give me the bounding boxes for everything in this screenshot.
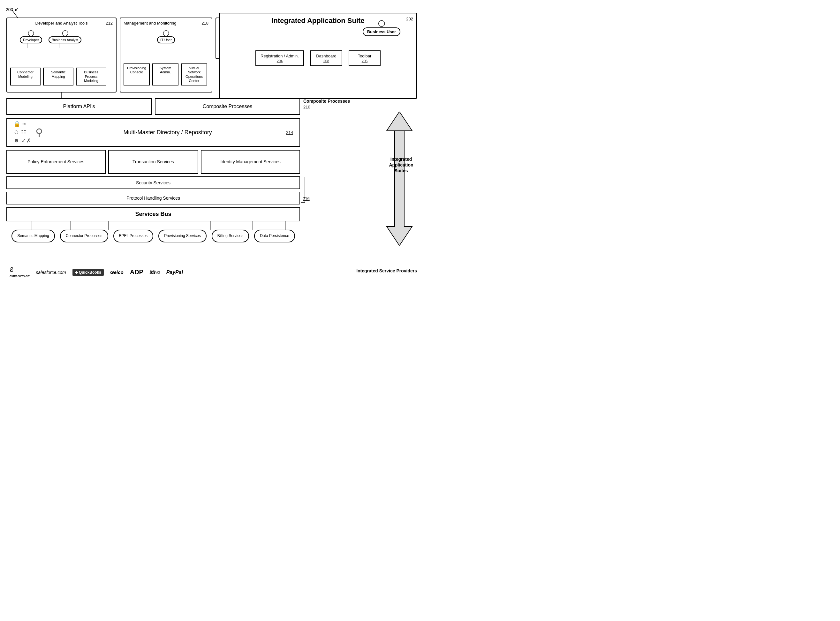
reg-admin-box: Registration / Admin. 204 xyxy=(255,50,304,66)
providers-row: ℰ EMPLOYEASE salesforce.com ◆ QuickBooks… xyxy=(6,266,300,278)
mmdr-ref: 214 xyxy=(286,130,293,135)
mm-ref: 218 xyxy=(202,21,208,26)
protocol-handling-box: Protocol Handling Services xyxy=(6,192,300,204)
nodes-icon: ☷ xyxy=(21,129,26,136)
composite-processes-label: Composite Processes 210 xyxy=(303,98,350,110)
mm-title: Management and Monitoring xyxy=(123,21,176,26)
ias-ref-202: 202 xyxy=(406,17,413,21)
connector-processes-oval: Connector Processes xyxy=(60,230,108,242)
checkmark-icon: ✓✗ xyxy=(21,137,31,144)
infinity-icon: ∞ xyxy=(22,121,26,127)
platform-row: Platform API's Composite Processes xyxy=(6,98,300,115)
paypal-logo: PayPal xyxy=(166,270,183,275)
ias-sub-row: Registration / Admin. 204 Dashboard 208 … xyxy=(220,50,416,66)
composite-processes-box: Composite Processes xyxy=(155,98,300,115)
svg-marker-22 xyxy=(387,131,412,245)
semantic-mapping-box: Semantic Mapping xyxy=(43,68,73,85)
data-persistence-oval: Data Persistence xyxy=(254,230,295,242)
developer-bubble: Developer xyxy=(20,36,42,43)
mm-tools-row: Provisioning Console System Admin. Virtu… xyxy=(123,64,207,85)
security-services-box: Security Services xyxy=(6,176,300,189)
mmdr-title: Multi-Master Directory / Repository xyxy=(49,129,286,136)
mmdr-icons: 🔒 ∞ ☺ ☷ ☻ ✓✗ xyxy=(14,121,31,144)
dashboard-box: Dashboard 208 xyxy=(310,50,342,66)
semantic-mapping-oval: Semantic Mapping xyxy=(12,230,55,242)
business-analyst-bubble: Business Analyst xyxy=(49,36,81,43)
bpel-processes-oval: BPEL Processes xyxy=(113,230,153,242)
billing-services-oval: Billing Services xyxy=(212,230,249,242)
adp-logo: ADP xyxy=(130,268,143,276)
ias-big-box: Integrated Application Suite 202 ◯ Busin… xyxy=(219,13,417,99)
business-user-area: ◯ Business User xyxy=(363,19,400,36)
bottom-ovals-row: Semantic Mapping Connector Processes BPE… xyxy=(6,230,300,242)
toolbar-box: Toolbar 206 xyxy=(349,50,381,66)
mm-box: Management and Monitoring 218 ◯ IT User … xyxy=(120,18,212,92)
mmdr-box: 🔒 ∞ ☺ ☷ ☻ ✓✗ ⚲ Multi-Master Directory / … xyxy=(6,118,300,147)
miva-logo: Miva xyxy=(150,270,160,275)
services-row: Policy Enforcement Services Transaction … xyxy=(6,150,300,174)
quickbooks-logo: ◆ QuickBooks xyxy=(73,269,104,276)
system-admin-box: System Admin. xyxy=(152,64,178,85)
it-user-icon: ◯ xyxy=(163,29,169,36)
integrated-service-providers-label: Integrated Service Providers xyxy=(356,268,417,274)
diagram-label-200: 200 ↙ xyxy=(6,6,19,13)
connector-modeling-box: Connector Modeling xyxy=(10,68,41,85)
developer-icon: ◯ xyxy=(28,29,34,36)
business-analyst-icon: ◯ xyxy=(62,29,68,36)
provisioning-services-oval: Provisioning Services xyxy=(158,230,207,242)
it-user-bubble: IT User xyxy=(157,36,175,43)
dat-tools-row: Connector Modeling Semantic Mapping Busi… xyxy=(10,68,106,85)
business-user-bubble: Business User xyxy=(363,27,400,36)
virtual-network-ops-box: Virtual Network Operations Center xyxy=(181,64,207,85)
dat-title: Developer and Analyst Tools xyxy=(35,21,88,26)
ref-216: 216 xyxy=(303,196,310,201)
employease-logo: ℰ EMPLOYEASE xyxy=(9,266,30,278)
users-icon: ☺ xyxy=(14,129,19,136)
platform-apis-box: Platform API's xyxy=(6,98,152,115)
database-icon: ⚲ xyxy=(35,126,43,138)
developer-persona: ◯ Developer xyxy=(20,29,42,43)
business-analyst-persona: ◯ Business Analyst xyxy=(49,29,81,43)
geico-logo: Geico xyxy=(110,270,123,275)
transaction-services-box: Transaction Services xyxy=(108,150,199,174)
lock-icon: 🔒 xyxy=(14,121,20,127)
integrated-app-suites-arrow xyxy=(380,112,419,245)
dat-ref: 212 xyxy=(106,21,113,26)
provisioning-console-box: Provisioning Console xyxy=(123,64,150,85)
policy-enforcement-box: Policy Enforcement Services xyxy=(6,150,106,174)
identity-management-box: Identity Management Services xyxy=(201,150,300,174)
group-icon: ☻ xyxy=(14,137,20,144)
it-user-persona: ◯ IT User xyxy=(157,29,175,43)
services-bus-box: Services Bus xyxy=(6,207,300,221)
diagram-container: 200 ↙ Developer and Analyst Tools 212 ◯ … xyxy=(0,0,420,310)
business-user-icon: ◯ xyxy=(378,19,385,27)
business-process-modeling-box: Business Process Modeling xyxy=(76,68,106,85)
dat-box: Developer and Analyst Tools 212 ◯ Develo… xyxy=(6,18,117,92)
integrated-app-suites-label: Integrated Application Suites xyxy=(386,156,416,174)
salesforce-logo: salesforce.com xyxy=(36,270,66,275)
